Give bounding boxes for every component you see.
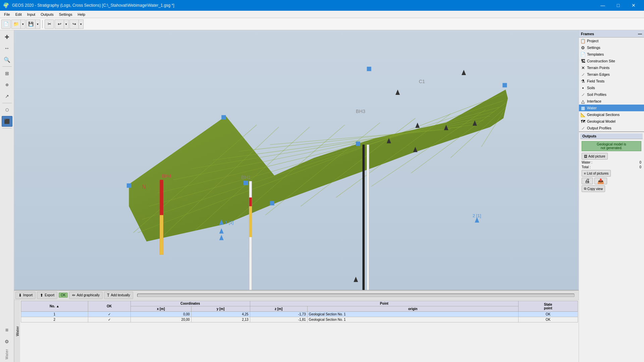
geo-model-badge: Geological model is not generated. (582, 141, 641, 151)
col-z-header[interactable]: z [m] (250, 306, 307, 312)
col-ok-header[interactable]: OK (88, 301, 130, 312)
add-point-btn[interactable]: ⊕ (2, 79, 12, 90)
select-area-btn[interactable]: ⊞ (2, 68, 12, 79)
add-textually-button[interactable]: T Add textually (104, 292, 133, 299)
ok-badge: OK (59, 293, 67, 298)
output-profiles-tree-icon: ⟋ (580, 126, 586, 131)
tree-item-soil-profiles[interactable]: ⟋Soil Profiles (579, 91, 644, 98)
col-no-header[interactable]: No. ▲ (21, 301, 88, 312)
open-dropdown[interactable]: 📁 ▾ (11, 19, 25, 29)
tree-item-field-tests[interactable]: ⚗Field Tests (579, 78, 644, 84)
outputs-content: Geological model is not generated. 🖼 Add… (580, 139, 643, 193)
tree-item-terrain-edges[interactable]: ⟋Terrain Edges (579, 71, 644, 78)
table-cell: -1,73 (250, 312, 307, 317)
print2-button[interactable]: 📤 (594, 178, 607, 184)
bottom-toolbar: ⬇ Import ⬆ Export OK ✏ Add graphically T… (14, 291, 579, 300)
table-cell: 4,25 (191, 312, 250, 317)
table-cell: ✓ (88, 317, 130, 322)
tree-item-interface[interactable]: △Interface (579, 98, 644, 105)
export-icon: ⬆ (40, 293, 43, 298)
undo-dropdown[interactable]: ↩ ▾ (55, 19, 69, 29)
svg-rect-34 (249, 197, 252, 206)
table-row[interactable]: 1✓0,004,25-1,73Geological Section No. 1O… (21, 312, 578, 317)
geological-model-tree-icon: 🗺 (580, 119, 586, 124)
maximize-button[interactable]: □ (610, 0, 626, 11)
add-picture-row: 🖼 Add picture (582, 153, 641, 160)
frames-title: Frames (581, 32, 594, 36)
menu-settings[interactable]: Settings (56, 12, 75, 17)
table-cell: OK (519, 312, 578, 317)
svg-rect-0 (14, 30, 578, 290)
table-row[interactable]: 2✓20,002,13-1,81Geological Section No. 1… (21, 317, 578, 322)
tree-item-construction-site[interactable]: 🏗Construction Site (579, 58, 644, 64)
main-toolbar: 📄 📁 ▾ 💾 ▾ ✂ ↩ ▾ ↪ ▾ (0, 18, 644, 30)
water-vertical-label: Water (14, 300, 20, 362)
tree-item-soils[interactable]: ▪Soils (579, 84, 644, 91)
close-button[interactable]: ✕ (626, 0, 641, 11)
col-point-header: Point (250, 301, 518, 306)
table-cell: 2 (21, 317, 88, 322)
table-cell: 2,13 (191, 317, 250, 322)
pan-tool-btn[interactable]: ↔ (2, 43, 12, 54)
menu-edit[interactable]: Edit (13, 12, 24, 17)
horizontal-scrollbar[interactable] (137, 294, 575, 297)
col-y-header[interactable]: y [m] (191, 306, 250, 312)
app-icon: 🌍 (3, 2, 9, 9)
menu-outputs[interactable]: Outputs (38, 12, 56, 17)
table-btn[interactable]: ≡ (2, 325, 12, 336)
import-button[interactable]: ⬇ Import (15, 292, 36, 299)
new-button[interactable]: 📄 (1, 19, 11, 29)
field-tests-tree-icon: ⚗ (580, 79, 586, 84)
tree-item-terrain-points[interactable]: ✕Terrain Points (579, 64, 644, 71)
left-sep-3 (2, 128, 12, 128)
col-coordinates-header: Coordinates (130, 301, 250, 306)
toolbar-separator-1 (42, 20, 43, 28)
collapse-frames-button[interactable]: — (638, 32, 642, 36)
col-x-header[interactable]: x [m] (130, 306, 191, 312)
list-pictures-button[interactable]: ≡ List of pictures (582, 170, 611, 177)
tree-item-water[interactable]: ▦Water (579, 105, 644, 111)
templates-tree-icon: 📄 (580, 52, 586, 57)
settings-btn[interactable]: ⚙ (2, 336, 12, 347)
move-tool-btn[interactable]: ✚ (2, 32, 12, 42)
tree-item-templates[interactable]: 📄Templates (579, 51, 644, 58)
svg-rect-24 (221, 115, 226, 120)
text-icon: T (107, 293, 109, 298)
interface-tree-label: Interface (587, 99, 643, 103)
svg-rect-28 (356, 141, 360, 146)
col-origin-header[interactable]: origin (307, 306, 518, 312)
zoom-tool-btn[interactable]: 🔍 (2, 54, 12, 65)
svg-rect-36 (363, 145, 365, 290)
left-sep-2 (2, 103, 12, 103)
save-dropdown[interactable]: 💾 ▾ (26, 19, 40, 29)
tree-item-geological-model[interactable]: 🗺Geological Model (579, 118, 644, 125)
print-button[interactable]: 🖨 (582, 178, 593, 184)
menu-input[interactable]: Input (24, 12, 38, 17)
geological-sections-tree-label: Geological Sections (587, 113, 643, 117)
export-button[interactable]: ⬆ Export (37, 292, 57, 299)
arrow-btn[interactable]: ↗ (2, 91, 12, 102)
copy-view-button[interactable]: ⧉ Copy view (582, 185, 605, 192)
add-picture-button[interactable]: 🖼 Add picture (582, 153, 608, 160)
water-count-row: Water : 0 (582, 161, 641, 164)
tree-item-geological-sections[interactable]: 📐Geological Sections (579, 111, 644, 118)
soil-profiles-tree-icon: ⟋ (580, 92, 586, 97)
svg-text:1 [1]: 1 [1] (225, 220, 234, 225)
add-graphically-button[interactable]: ✏ Add graphically (69, 292, 103, 299)
menu-file[interactable]: File (1, 12, 13, 17)
tree-item-output-profiles[interactable]: ⟋Output Profiles (579, 125, 644, 131)
titlebar-left: 🌍 GEOS 2020 - Stratigraphy (Logs, Cross … (3, 2, 174, 9)
minimize-button[interactable]: — (595, 0, 610, 11)
terrain-edges-tree-label: Terrain Edges (587, 72, 643, 76)
tree-item-settings[interactable]: ⚙Settings (579, 44, 644, 51)
3d-viewport[interactable]: BH4 BH1 N BH3 C1 (14, 30, 579, 290)
scissors-button[interactable]: ✂ (45, 19, 54, 29)
menu-help[interactable]: Help (75, 12, 88, 17)
shape-btn[interactable]: ⬡ (2, 105, 12, 115)
terrain-edges-tree-icon: ⟋ (580, 72, 586, 77)
tree-item-project[interactable]: 📋Project (579, 38, 644, 44)
3d-box-btn[interactable]: ⬛ (2, 116, 12, 127)
water-table-area[interactable]: No. ▲ OK Coordinates Point Statepoint x … (20, 300, 579, 362)
redo-dropdown[interactable]: ↪ ▾ (69, 19, 84, 29)
titlebar: 🌍 GEOS 2020 - Stratigraphy (Logs, Cross … (0, 0, 644, 11)
